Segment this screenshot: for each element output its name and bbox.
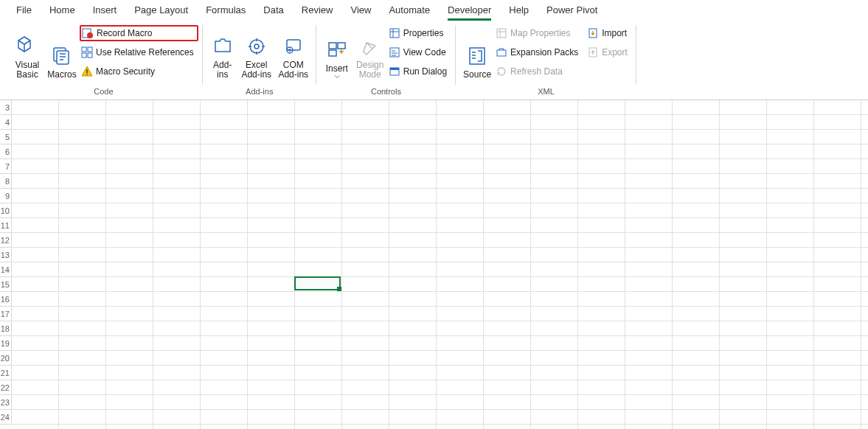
row-header[interactable]: 17: [0, 307, 12, 321]
cells-area[interactable]: [12, 100, 868, 429]
tab-review[interactable]: Review: [293, 0, 342, 21]
row-header[interactable]: 20: [0, 351, 12, 366]
record-macro-button[interactable]: Record Macro: [80, 25, 198, 41]
run-dialog-button[interactable]: Run Dialog: [387, 63, 451, 80]
insert-controls-icon: [324, 38, 350, 63]
expansion-packs-label: Expansion Packs: [510, 47, 578, 57]
properties-icon: [389, 27, 400, 39]
record-macro-label: Record Macro: [97, 28, 152, 38]
tab-insert[interactable]: Insert: [84, 0, 126, 21]
view-code-label: View Code: [403, 47, 446, 57]
ribbon-tabs: File Home Insert Page Layout Formulas Da…: [0, 0, 868, 21]
import-label: Import: [602, 28, 627, 38]
row-header[interactable]: 8: [0, 174, 12, 189]
active-cell[interactable]: [294, 276, 341, 290]
row-header[interactable]: 10: [0, 203, 12, 218]
svg-rect-16: [329, 50, 336, 56]
group-xml-label: XML: [538, 86, 555, 97]
row-header[interactable]: 3: [0, 100, 12, 115]
macro-security-icon: [81, 66, 93, 77]
row-header[interactable]: 22: [0, 380, 12, 395]
export-button[interactable]: Export: [586, 44, 632, 60]
com-addins-icon: [281, 34, 306, 59]
refresh-data-label: Refresh Data: [510, 66, 563, 77]
tab-view[interactable]: View: [341, 0, 380, 21]
source-icon: [465, 43, 490, 69]
map-properties-button[interactable]: Map Properties: [494, 25, 583, 41]
run-dialog-icon: [389, 66, 400, 77]
map-properties-label: Map Properties: [510, 28, 570, 38]
tab-automate[interactable]: Automate: [380, 0, 439, 21]
group-addins: Add- ins Excel Add-ins COM Add-ins Add-i…: [203, 21, 316, 100]
tab-help[interactable]: Help: [500, 0, 538, 21]
refresh-data-icon: [496, 66, 507, 77]
record-macro-icon: [82, 27, 94, 39]
properties-button[interactable]: Properties: [387, 25, 451, 41]
chevron-down-icon: [334, 74, 340, 80]
row-header[interactable]: 7: [0, 159, 12, 174]
svg-rect-9: [86, 74, 88, 75]
tab-power-pivot[interactable]: Power Pivot: [538, 0, 606, 21]
row-header[interactable]: 24: [0, 410, 12, 425]
svg-point-3: [87, 32, 93, 38]
macro-security-label: Macro Security: [96, 66, 155, 77]
use-relative-references-button[interactable]: Use Relative References: [80, 44, 198, 60]
map-properties-icon: [496, 27, 507, 39]
svg-rect-22: [497, 29, 506, 38]
row-header[interactable]: 19: [0, 336, 12, 351]
row-headers[interactable]: 3456789101112131415161718192021222324: [0, 100, 12, 429]
group-code-label: Code: [94, 86, 113, 97]
use-relative-label: Use Relative References: [96, 47, 194, 57]
group-controls-label: Controls: [371, 86, 401, 97]
tab-home[interactable]: Home: [41, 0, 84, 21]
view-code-button[interactable]: View Code: [387, 44, 451, 60]
tab-developer[interactable]: Developer: [439, 0, 500, 21]
visual-basic-button[interactable]: Visual Basic: [9, 24, 46, 81]
excel-addins-button[interactable]: Excel Add-ins: [238, 24, 275, 81]
row-header[interactable]: 6: [0, 144, 12, 159]
svg-rect-21: [470, 48, 485, 64]
view-code-icon: [389, 46, 400, 58]
export-label: Export: [602, 47, 628, 57]
com-addins-button[interactable]: COM Add-ins: [275, 24, 312, 81]
macros-button[interactable]: Macros: [46, 24, 78, 81]
use-relative-icon: [81, 46, 93, 58]
row-header[interactable]: 11: [0, 218, 12, 233]
macros-icon: [49, 43, 74, 69]
worksheet[interactable]: 3456789101112131415161718192021222324: [0, 100, 868, 429]
refresh-data-button[interactable]: Refresh Data: [494, 63, 583, 80]
svg-rect-23: [497, 50, 506, 56]
addins-button[interactable]: Add- ins: [207, 24, 238, 81]
tab-data[interactable]: Data: [254, 0, 292, 21]
macros-label: Macros: [47, 70, 76, 80]
design-mode-icon: [358, 34, 383, 59]
row-header[interactable]: 13: [0, 248, 12, 262]
addins-label: Add- ins: [213, 60, 232, 80]
tab-formulas[interactable]: Formulas: [197, 0, 254, 21]
svg-rect-7: [88, 53, 92, 57]
excel-addins-label: Excel Add-ins: [241, 60, 271, 80]
macro-security-button[interactable]: Macro Security: [80, 63, 198, 80]
svg-rect-6: [82, 53, 86, 57]
row-header[interactable]: 5: [0, 130, 12, 144]
fill-handle[interactable]: [337, 287, 341, 291]
row-header[interactable]: 21: [0, 366, 12, 380]
row-header[interactable]: 12: [0, 233, 12, 248]
row-header[interactable]: 15: [0, 277, 12, 292]
design-mode-label: Design Mode: [356, 60, 383, 80]
import-button[interactable]: Import: [586, 25, 632, 41]
tab-file[interactable]: File: [7, 0, 41, 21]
row-header[interactable]: 4: [0, 115, 12, 130]
row-header[interactable]: 9: [0, 189, 12, 203]
insert-controls-button[interactable]: Insert: [321, 24, 353, 81]
excel-addins-icon: [244, 34, 269, 59]
import-icon: [587, 27, 599, 39]
expansion-packs-button[interactable]: Expansion Packs: [494, 44, 583, 60]
row-header[interactable]: 16: [0, 292, 12, 307]
row-header[interactable]: 14: [0, 262, 12, 277]
row-header[interactable]: 18: [0, 321, 12, 336]
tab-page-layout[interactable]: Page Layout: [125, 0, 197, 21]
design-mode-button[interactable]: Design Mode: [353, 24, 387, 81]
row-header[interactable]: 23: [0, 395, 12, 410]
source-button[interactable]: Source: [460, 24, 494, 81]
